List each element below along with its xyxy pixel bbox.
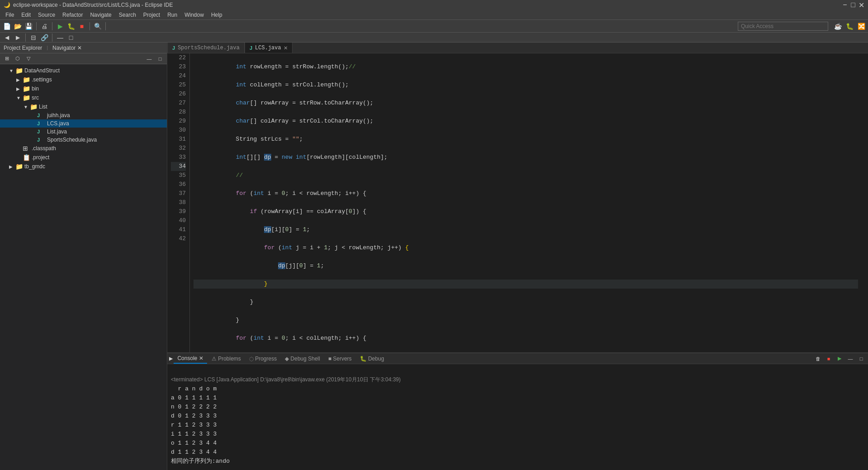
console-tab-debug[interactable]: 🐛 Debug [356,354,388,364]
console-tab-problems[interactable]: ⚠ Problems [208,354,245,364]
folder-icon: 📁 [15,67,23,74]
var-dp-33: dp [278,262,285,269]
forward-button[interactable]: ▶ [13,33,23,43]
tab-SportsSchedule[interactable]: J SportsSchedule.java [167,43,245,53]
line-num-25: 25 [171,81,186,90]
minimize-view-button[interactable]: — [55,33,65,43]
tree-item-LCS[interactable]: J LCS.java [0,119,167,128]
classpath-file-icon: ⊞ [23,145,30,152]
line-num-33: 33 [171,153,186,162]
project-explorer-tab[interactable]: Project Explorer [4,45,42,51]
tree-item-classpath[interactable]: ⊞ .classpath [0,144,167,153]
collapse-all-button[interactable]: ⊞ [2,54,12,64]
debug-button[interactable]: 🐛 [66,21,76,31]
quick-access-input[interactable] [738,22,828,31]
tree-item-src[interactable]: ▼ 📁 src [0,93,167,102]
keyword-int-23: int [236,81,246,88]
console-minimize-button[interactable]: — [845,354,855,364]
menu-edit[interactable]: Edit [18,11,34,19]
line-num-24: 24 [171,71,186,81]
tab-LCS[interactable]: J LCS.java ✕ [245,43,292,53]
minimize-left-panel-button[interactable]: — [144,54,154,64]
code-editor[interactable]: int rowLength = strRow.length();// int c… [190,53,862,352]
console-tabs: ▶ Console ✕ ⚠ Problems ◌ Progress ◆ Debu… [167,353,868,364]
line-numbers: 22 23 24 25 26 27 28 29 30 31 32 33 34 3… [167,53,190,352]
main-layout: Project Explorer | Navigator ✕ ⊞ ⬡ ▽ — □… [0,43,868,470]
line-num-22: 22 [171,53,186,62]
tree-item-DataAndStruct[interactable]: ▼ 📁 DataAndStruct [0,66,167,75]
line-num-31: 31 [171,135,186,144]
keyword-int2-27: int [296,154,306,161]
menu-source[interactable]: Source [34,11,59,19]
menu-refactor[interactable]: Refactor [59,11,86,19]
console-line-r: r 1 1 2 3 3 3 [171,422,217,428]
tree-item-bin[interactable]: ▶ 📁 bin [0,84,167,93]
menu-navigate[interactable]: Navigate [86,11,115,19]
navigator-tab[interactable]: Navigator ✕ [52,45,82,51]
console-tab-progress[interactable]: ◌ Progress [245,354,280,364]
menu-window[interactable]: Window [181,11,208,19]
sports-tab-label: SportsSchedule.java [178,45,240,51]
console-line-header: r a n d o m [171,385,217,392]
open-button[interactable]: 📂 [13,21,23,31]
bracket-close-34: } [264,280,268,287]
close-button[interactable]: ✕ [858,2,864,8]
console-clear-button[interactable]: 🗑 [813,354,823,364]
console-run-button[interactable]: ▶ [835,354,844,364]
main-toolbar: 📄 📂 💾 🖨 ▶ 🐛 ■ 🔍 ☕ 🐛 🔀 [0,20,868,33]
maximize-left-panel-button[interactable]: □ [155,54,165,64]
separator-5 [25,33,26,42]
tree-item-List[interactable]: ▼ 📁 List [0,102,167,111]
console-line-o: o 1 1 2 3 4 4 [171,440,217,446]
console-tab-console[interactable]: Console ✕ [174,354,207,364]
new-button[interactable]: 📄 [2,21,12,31]
console-maximize-button[interactable]: □ [856,354,866,364]
link-with-editor-button[interactable]: ⬡ [13,54,23,64]
minimize-button[interactable]: − [842,2,848,8]
code-line-22: int rowLength = strRow.length();// [193,62,858,71]
run-button[interactable]: ▶ [55,21,65,31]
maximize-button[interactable]: □ [850,2,856,8]
tree-item-settings[interactable]: ▶ 📁 .settings [0,75,167,84]
code-line-32: for (int j = i + 1; j < rowLength; j++) … [193,243,858,252]
perspective-debug-button[interactable]: 🐛 [844,21,854,31]
console-tab-servers[interactable]: ■ Servers [325,354,355,364]
tree-item-List-java[interactable]: J List.java [0,128,167,136]
title-bar: 🌙 eclipse-workspace - DataAndStruct/src/… [0,0,868,10]
string-26: "" [292,136,299,142]
view-menu-button[interactable]: ▽ [24,54,33,64]
menu-project[interactable]: Project [140,11,164,19]
list-folder-icon: 📁 [30,103,37,110]
tree-item-SportsSchedule[interactable]: J SportsSchedule.java [0,136,167,144]
collapse-button[interactable]: ⊟ [28,33,38,43]
tree-item-juihh[interactable]: J juihh.java [0,111,167,119]
code-line-31: dp[i][0] = 1; [193,225,858,234]
lcs-tab-close[interactable]: ✕ [284,45,288,51]
window-title: eclipse-workspace - DataAndStruct/src/Li… [13,2,173,8]
keyword-for-32: for [264,244,274,251]
console-stop-button[interactable]: ■ [824,354,834,364]
save-button[interactable]: 💾 [24,21,33,31]
back-button[interactable]: ◀ [2,33,12,43]
separator-3 [90,22,90,30]
editor-tabs: J SportsSchedule.java J LCS.java ✕ [167,43,868,53]
perspective-java-button[interactable]: ☕ [833,21,843,31]
bin-folder-icon: 📁 [23,85,30,92]
tree-item-tb_gmdc[interactable]: ▶ 📁 tb_gmdc [0,162,167,171]
console-tab-debug-shell[interactable]: ◆ Debug Shell [281,354,324,364]
code-line-37: for (int i = 0; i < colLength; i++) { [193,334,858,343]
lcs-tab-label: LCS.java [255,45,281,51]
menu-help[interactable]: Help [208,11,226,19]
search-button[interactable]: 🔍 [93,21,103,31]
menu-file[interactable]: File [2,11,18,19]
menu-run[interactable]: Run [164,11,181,19]
keyword-int-32: int [282,244,292,251]
print-button[interactable]: 🖨 [39,21,49,31]
code-line-29: for (int i = 0; i < rowLength; i++) { [193,189,858,198]
tree-item-project[interactable]: 📋 .project [0,153,167,162]
maximize-view-button[interactable]: □ [66,33,76,43]
stop-button[interactable]: ■ [77,21,87,31]
perspective-git-button[interactable]: 🔀 [856,21,866,31]
link-button[interactable]: 🔗 [39,33,49,43]
menu-search[interactable]: Search [115,11,140,19]
